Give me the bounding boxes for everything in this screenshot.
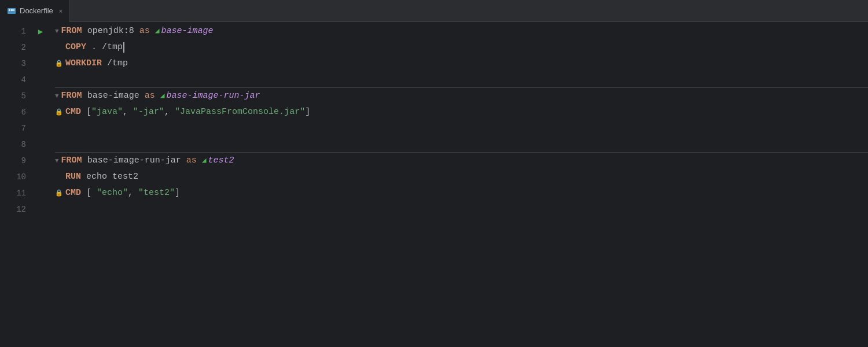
workdir-path-3: /tmp xyxy=(102,56,128,72)
kw-copy-2: COPY xyxy=(65,39,86,56)
text-cursor xyxy=(123,42,124,53)
dockerfile-tab-icon xyxy=(7,6,16,16)
gutter-4 xyxy=(32,72,49,88)
image-name-1: openjdk:8 xyxy=(87,23,139,39)
code-line-3: 🔒 WORKDIR /tmp xyxy=(55,56,868,72)
stage-name-9: test2 xyxy=(208,153,234,169)
tab-bar: Dockerfile × xyxy=(0,0,868,22)
kw-from-1: FROM xyxy=(61,23,87,39)
cmd-sep1-6: , xyxy=(123,104,133,120)
line-num-7: 7 xyxy=(0,120,32,136)
kw-run-10: RUN xyxy=(65,169,81,185)
line-num-5: 5 xyxy=(0,88,32,104)
stage-hammer-icon-5: ◢ xyxy=(160,88,165,104)
line-numbers: 1 2 3 4 5 6 7 8 9 10 11 12 xyxy=(0,22,32,347)
cmd-arg2-11: "test2" xyxy=(138,185,175,201)
line-num-4: 4 xyxy=(0,72,32,88)
line-num-10: 10 xyxy=(0,169,32,185)
line-num-11: 11 xyxy=(0,185,32,201)
cmd-arg3-6: "JavaPassFromConsole.jar" xyxy=(175,104,305,120)
line-num-1: 1 xyxy=(0,23,32,39)
image-name-9: base-image-run-jar xyxy=(87,153,186,169)
cmd-sep2-6: , xyxy=(164,104,175,120)
code-line-6: 🔒 CMD [ "java" , "-jar" , "JavaPassFromC… xyxy=(55,104,868,120)
kw-cmd-11: CMD xyxy=(65,185,81,201)
gutter-6 xyxy=(32,104,49,120)
lock-icon-3: 🔒 xyxy=(55,56,63,72)
gutter-9 xyxy=(32,153,49,169)
gutter-12 xyxy=(32,201,49,217)
code-area[interactable]: ▼ FROM openjdk:8 as ◢ base-image COPY . … xyxy=(49,22,868,347)
svg-rect-3 xyxy=(13,9,14,11)
gutter: ▶ xyxy=(32,22,49,347)
gutter-7 xyxy=(32,120,49,136)
code-line-4 xyxy=(55,72,868,88)
copy-args-2: . /tmp xyxy=(86,39,123,56)
gutter-2 xyxy=(32,39,49,56)
cmd-bracket-close-6: ] xyxy=(305,104,310,120)
kw-workdir-3: WORKDIR xyxy=(65,56,102,72)
gutter-5 xyxy=(32,88,49,104)
run-arrow-icon[interactable]: ▶ xyxy=(38,27,43,36)
gutter-3 xyxy=(32,56,49,72)
image-name-5: base-image xyxy=(87,88,145,104)
line-num-3: 3 xyxy=(0,56,32,72)
kw-as-5: as xyxy=(145,88,160,104)
editor-window: Dockerfile × 1 2 3 4 5 6 7 8 9 10 11 12 … xyxy=(0,0,868,347)
stage-name-5: base-image-run-jar xyxy=(167,88,260,104)
line-num-2: 2 xyxy=(0,39,32,56)
lock-icon-11: 🔒 xyxy=(55,185,63,201)
code-line-1: ▼ FROM openjdk:8 as ◢ base-image xyxy=(55,23,868,39)
collapse-1[interactable]: ▼ xyxy=(55,23,59,39)
code-line-8 xyxy=(55,136,868,153)
collapse-5[interactable]: ▼ xyxy=(55,88,59,104)
code-line-10: RUN echo test2 xyxy=(55,169,868,185)
cmd-arg1-6: "java" xyxy=(91,104,123,120)
kw-from-5: FROM xyxy=(61,88,87,104)
run-args-10: echo test2 xyxy=(81,169,138,185)
gutter-10 xyxy=(32,169,49,185)
code-line-7 xyxy=(55,120,868,136)
cmd-arg2-6: "-jar" xyxy=(133,104,164,120)
cmd-bracket-open-6: [ xyxy=(81,104,91,120)
svg-rect-2 xyxy=(11,9,13,11)
code-line-2: COPY . /tmp xyxy=(55,39,868,56)
line-num-6: 6 xyxy=(0,104,32,120)
cmd-sep1-11: , xyxy=(128,185,138,201)
kw-as-9: as xyxy=(186,153,202,169)
tab-close-button[interactable]: × xyxy=(59,8,62,14)
code-line-11: 🔒 CMD [ "echo" , "test2" ] xyxy=(55,185,868,201)
gutter-8 xyxy=(32,136,49,153)
kw-cmd-6: CMD xyxy=(65,104,81,120)
stage-hammer-icon-1: ◢ xyxy=(155,23,160,39)
line-num-12: 12 xyxy=(0,201,32,217)
cmd-bracket-close-11: ] xyxy=(175,185,180,201)
gutter-11 xyxy=(32,185,49,201)
dockerfile-tab[interactable]: Dockerfile × xyxy=(0,0,70,22)
kw-from-9: FROM xyxy=(61,153,87,169)
code-line-12 xyxy=(55,201,868,217)
dockerfile-tab-label: Dockerfile xyxy=(20,6,53,15)
collapse-9[interactable]: ▼ xyxy=(55,153,59,169)
gutter-run-1[interactable]: ▶ xyxy=(32,23,49,39)
kw-as-1: as xyxy=(139,23,155,39)
line-num-8: 8 xyxy=(0,136,32,153)
line-num-9: 9 xyxy=(0,153,32,169)
cmd-arg1-11: "echo" xyxy=(97,185,128,201)
cmd-bracket-open-11: [ xyxy=(81,185,97,201)
lock-icon-6: 🔒 xyxy=(55,104,63,120)
code-line-9: ▼ FROM base-image-run-jar as ◢ test2 xyxy=(55,153,868,169)
editor-content: 1 2 3 4 5 6 7 8 9 10 11 12 ▶ xyxy=(0,22,868,347)
stage-hammer-icon-9: ◢ xyxy=(202,153,207,169)
code-line-5: ▼ FROM base-image as ◢ base-image-run-ja… xyxy=(55,88,868,104)
stage-name-1: base-image xyxy=(161,23,213,39)
svg-rect-1 xyxy=(9,9,10,11)
